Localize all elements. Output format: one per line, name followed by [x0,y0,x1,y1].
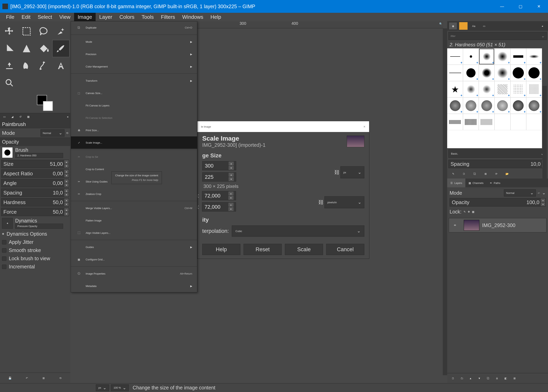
menu-image-properties[interactable]: ⓘImage PropertiesAlt+Return [71,267,197,280]
menu-canvas-size[interactable]: ⬚Canvas Size... [71,87,197,99]
incremental-checkbox[interactable] [2,265,6,269]
menu-windows[interactable]: Windows [179,13,207,21]
open-brush-icon[interactable]: 📂 [504,171,510,177]
brush-cell[interactable]: + [463,48,479,65]
tool-paintbrush[interactable] [52,40,69,57]
xres-input[interactable]: ▲▼ [202,191,236,200]
tool-transform[interactable] [18,40,35,57]
menu-align-layers[interactable]: ⛶Align Visible Layers... [71,227,197,239]
reset-button[interactable]: Reset [243,244,282,255]
menu-precision[interactable]: Precision▸ [71,48,197,60]
tab-patterns-icon[interactable] [459,22,468,30]
delete-preset-icon[interactable]: ⊠ [40,374,47,382]
lock-position-icon[interactable]: ✥ [468,210,470,213]
tab-device-status-icon[interactable]: ◢ [10,114,15,120]
tool-rect-select[interactable] [18,23,35,40]
edit-brush-icon[interactable]: ✎ [450,171,456,177]
brush-cell[interactable]: + [510,81,526,98]
menu-edit[interactable]: Edit [18,13,34,21]
layer-thumb[interactable] [464,220,479,231]
menu-layer[interactable]: Layer [96,13,116,21]
menu-tools[interactable]: Tools [138,13,157,21]
dynamics-select[interactable]: Pressure Opacity [15,224,63,229]
menu-metadata[interactable]: Metadata▸ [71,280,197,292]
menu-image[interactable]: Image [74,13,96,21]
menu-filters[interactable]: Filters [157,13,179,21]
smooth-checkbox[interactable] [2,248,6,253]
tab-brushes-icon[interactable]: ◉ [449,22,457,30]
brush-cell[interactable]: ★+ [447,81,463,98]
mode-select[interactable]: Normal [41,129,64,137]
tool-fuzzy-select[interactable] [52,23,69,40]
brush-cell[interactable]: + [526,65,542,81]
aspect-spinner[interactable]: Aspect Ratio0,00▲▼ [1,169,69,178]
tool-path[interactable] [35,57,52,74]
menu-merge-layers[interactable]: Merge Visible Layers...Ctrl+M [71,202,197,214]
save-preset-icon[interactable]: 💾 [6,374,14,382]
hardness-spinner[interactable]: Hardness50,0▲▼ [1,198,69,206]
brush-cell[interactable]: + [510,98,526,114]
brush-cell[interactable]: + [463,98,479,114]
brush-grid[interactable]: + + + + + + + + + + + ★+ + + + + + + + [447,48,542,148]
brush-cell[interactable]: + [447,98,463,114]
tool-zoom[interactable] [1,74,18,91]
brush-cell[interactable]: + [510,65,526,81]
brush-cell-selected[interactable]: + [479,48,494,65]
new-group-icon[interactable]: 🗀 [458,375,465,382]
menu-fit-layers[interactable]: Fit Canvas to Layers [71,99,197,112]
lock-pixels-icon[interactable]: ✎ [464,210,466,213]
brush-cell[interactable]: + [494,98,510,114]
reset-preset-icon[interactable]: ⟲ [57,374,64,382]
background-color[interactable] [43,101,53,111]
tool-free-select[interactable] [35,23,52,40]
brush-grid-scrollbar[interactable] [542,86,547,186]
brush-cell[interactable]: + [463,81,479,98]
refresh-brush-icon[interactable]: ⟳ [493,171,499,177]
close-button[interactable]: ✕ [530,0,548,13]
brush-cell[interactable]: + [463,65,479,81]
menu-flatten[interactable]: Flatten Image [71,214,197,227]
tab-paths[interactable]: ✒Paths [487,179,504,187]
brush-cell[interactable] [447,65,463,81]
tab-layers[interactable]: ☰Layers [447,179,465,187]
tab-channels[interactable]: ▦Channels [465,179,487,187]
merge-layer-icon[interactable]: ⇊ [493,375,500,382]
brush-cell[interactable]: + [479,98,494,114]
menu-color-management[interactable]: Color Management▸ [71,60,197,73]
layer-name[interactable]: IMG_2952-300 [482,223,515,228]
brush-cell[interactable]: + [494,48,510,65]
brush-cell[interactable] [447,114,463,130]
dock-menu-icon[interactable]: ◂ [538,22,546,30]
new-brush-icon[interactable]: 🗋 [461,171,467,177]
delete-layer-icon[interactable]: ⊠ [511,375,518,382]
brush-cell[interactable]: + [494,65,510,81]
mode-reset-icon[interactable]: ⟲ [66,132,68,135]
menu-scale-image[interactable]: ⤢Scale Image... [71,136,197,149]
scale-button[interactable]: Scale [285,244,323,255]
maximize-button[interactable]: ▢ [511,0,530,13]
tab-menu-icon[interactable]: ◂ [65,114,70,120]
brush-filter-input[interactable]: filter [448,32,547,40]
res-unit-select[interactable]: pixels/in [324,196,364,208]
tab-tool-options-icon[interactable]: ▭ [2,114,7,120]
layer-mode-switch-icon[interactable]: ⤺ [538,191,540,195]
status-zoom-select[interactable]: 100 % [111,385,129,391]
brush-cell[interactable] [479,114,494,130]
raise-layer-icon[interactable]: ▲ [467,375,474,382]
lower-layer-icon[interactable]: ▼ [476,375,483,382]
brush-thumb[interactable] [2,147,13,158]
menu-transform[interactable]: Transform▸ [71,75,197,87]
minimize-button[interactable]: — [493,0,511,13]
tool-crop[interactable] [1,40,18,57]
brush-cell[interactable] [463,114,479,130]
brush-cell[interactable]: + [479,65,494,81]
menu-zealous-crop[interactable]: ✂Zealous Crop [71,188,197,200]
width-input[interactable]: ▲▼ [202,161,236,170]
menu-help[interactable]: Help [207,13,225,21]
opacity-header[interactable]: Opacity [0,138,70,146]
brush-cell[interactable]: + [447,48,463,65]
interpolation-select[interactable]: Cubic [232,225,364,237]
height-input[interactable]: ▲▼ [202,172,236,182]
new-layer-icon[interactable]: 🗋 [450,375,456,382]
lock-alpha-icon[interactable]: ▦ [472,210,474,213]
